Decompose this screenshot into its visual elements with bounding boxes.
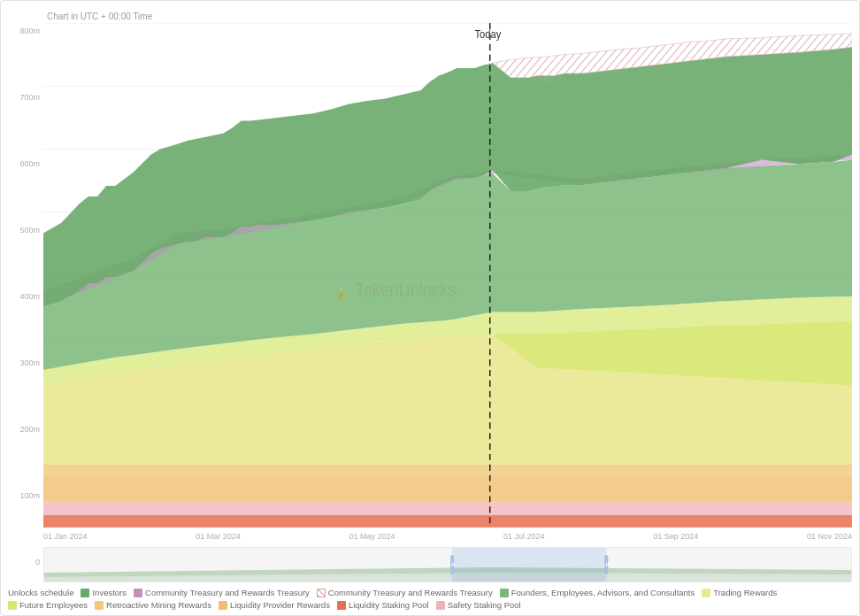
y-label-800: 800m xyxy=(8,27,43,35)
y-label-400: 400m xyxy=(8,292,43,301)
y-label-600: 600m xyxy=(8,159,43,168)
future-employees-label: Future Employees xyxy=(19,600,88,610)
trading-rewards-color xyxy=(702,589,710,597)
legend-unlocks-schedule: Unlocks schedule xyxy=(8,588,73,597)
liquidity-staking-label: Liquidity Staking Pool xyxy=(349,600,429,610)
legend-safety-staking: Safety Staking Pool xyxy=(436,600,521,610)
founders-label: Founders, Employees, Advisors, and Consu… xyxy=(511,588,695,597)
svg-text:Today: Today xyxy=(474,27,502,41)
legend-retroactive: Retroactive Mining Rewards xyxy=(95,600,211,610)
svg-marker-10 xyxy=(43,503,852,515)
chart-area: 0 100m 200m 300m 400m 500m 600m 700m 800… xyxy=(8,23,852,584)
legend-community-treasury-hatched: Community Treasury and Rewards Treasury xyxy=(317,588,493,597)
liquidity-provider-color xyxy=(219,601,227,610)
svg-rect-26 xyxy=(452,548,606,581)
chart-right: Today 🔒 TokenUnlocks. 01 Jan 2024 01 Mar… xyxy=(43,23,852,584)
legend-liquidity-provider: Liquidity Provider Rewards xyxy=(219,600,330,610)
x-axis: 01 Jan 2024 01 Mar 2024 01 May 2024 01 J… xyxy=(43,527,852,545)
minimap[interactable] xyxy=(43,547,852,582)
legend-founders: Founders, Employees, Advisors, and Consu… xyxy=(500,588,695,597)
y-label-500: 500m xyxy=(8,226,43,235)
safety-staking-label: Safety Staking Pool xyxy=(448,600,521,610)
x-label-nov: 01 Nov 2024 xyxy=(807,532,852,541)
legend-investors: Investors xyxy=(81,588,127,597)
community-treasury-color xyxy=(134,589,142,597)
investors-label: Investors xyxy=(92,588,127,597)
y-label-100: 100m xyxy=(8,491,43,500)
investors-color xyxy=(81,589,89,597)
legend: Unlocks schedule Investors Community Tre… xyxy=(8,584,852,612)
main-chart: Today 🔒 TokenUnlocks. xyxy=(43,23,852,527)
legend-trading-rewards: Trading Rewards xyxy=(702,588,777,597)
svg-marker-9 xyxy=(43,515,852,527)
y-label-700: 700m xyxy=(8,93,43,102)
unlocks-schedule-label: Unlocks schedule xyxy=(8,588,73,597)
trading-rewards-label: Trading Rewards xyxy=(713,588,777,597)
x-label-mar: 01 Mar 2024 xyxy=(196,532,241,541)
future-employees-color xyxy=(8,601,17,610)
legend-liquidity-staking: Liquidity Staking Pool xyxy=(337,600,429,610)
retroactive-label: Retroactive Mining Rewards xyxy=(106,600,211,610)
founders-color xyxy=(500,589,509,597)
y-label-0: 0 xyxy=(8,558,43,566)
svg-marker-12 xyxy=(43,465,852,477)
liquidity-staking-color xyxy=(337,601,346,610)
x-label-jan: 01 Jan 2024 xyxy=(43,532,88,541)
liquidity-provider-label: Liquidity Provider Rewards xyxy=(230,600,330,610)
svg-text:🔒 TokenUnlocks.: 🔒 TokenUnlocks. xyxy=(331,278,461,301)
community-treasury-label: Community Treasury and Rewards Treasury xyxy=(145,588,310,597)
y-label-200: 200m xyxy=(8,425,43,434)
chart-title: Chart in UTC + 00:00 Time xyxy=(8,8,852,23)
chart-container: Chart in UTC + 00:00 Time 0 100m 200m 30… xyxy=(0,0,860,616)
x-label-sep: 01 Sep 2024 xyxy=(653,532,698,541)
x-label-may: 01 May 2024 xyxy=(349,532,395,541)
svg-marker-11 xyxy=(43,477,852,503)
safety-staking-color xyxy=(436,601,445,610)
retroactive-color xyxy=(95,601,104,610)
y-label-300: 300m xyxy=(8,358,43,367)
community-treasury-hatched-label: Community Treasury and Rewards Treasury xyxy=(328,588,493,597)
y-axis: 0 100m 200m 300m 400m 500m 600m 700m 800… xyxy=(8,23,43,584)
legend-community-treasury: Community Treasury and Rewards Treasury xyxy=(134,588,310,597)
legend-future-employees: Future Employees xyxy=(8,600,88,610)
x-label-jul: 01 Jul 2024 xyxy=(503,532,545,541)
community-treasury-hatched-color xyxy=(317,589,326,597)
